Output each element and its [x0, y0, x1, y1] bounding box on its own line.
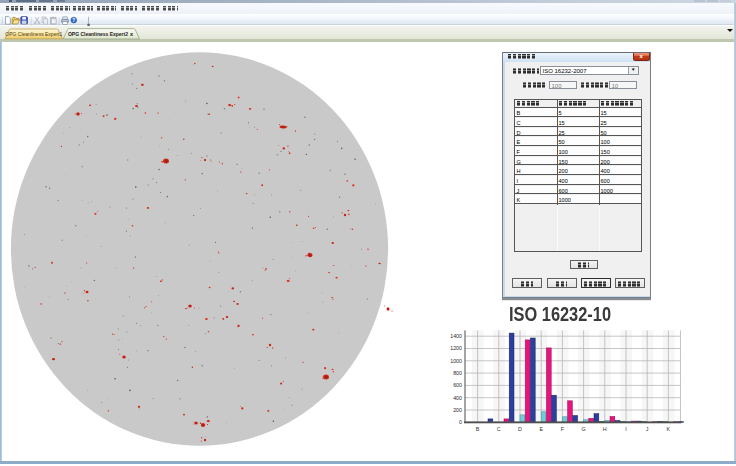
svg-text:H: H — [603, 426, 607, 432]
svg-text:1200: 1200 — [450, 345, 462, 351]
svg-text:C: C — [497, 426, 501, 432]
svg-text:600: 600 — [453, 382, 462, 388]
svg-text:K: K — [667, 426, 671, 432]
svg-text:200: 200 — [453, 407, 462, 413]
svg-text:E: E — [539, 426, 543, 432]
svg-text:G: G — [581, 426, 585, 432]
svg-text:800: 800 — [453, 370, 462, 376]
svg-text:F: F — [561, 426, 565, 432]
svg-text:400: 400 — [453, 395, 462, 401]
svg-text:1400: 1400 — [450, 333, 462, 339]
svg-text:J: J — [646, 426, 649, 432]
svg-text:1000: 1000 — [450, 358, 462, 364]
svg-text:0: 0 — [459, 419, 462, 425]
svg-text:B: B — [476, 426, 480, 432]
svg-text:D: D — [518, 426, 522, 432]
svg-text:I: I — [625, 426, 627, 432]
